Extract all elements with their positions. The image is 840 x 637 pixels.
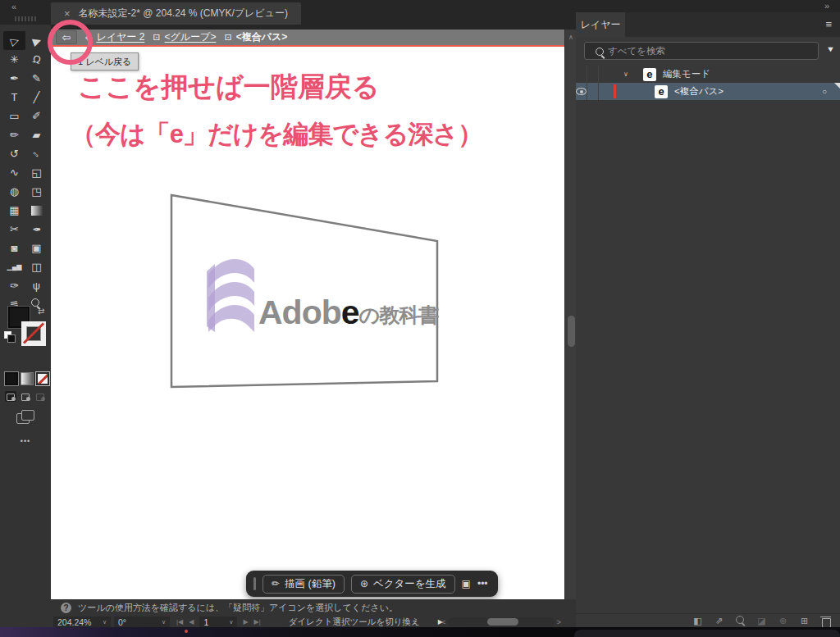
scroll-up-icon[interactable]: ∧ xyxy=(565,34,577,41)
taskbar-drag-handle[interactable] xyxy=(253,577,256,590)
type-tool[interactable]: T xyxy=(3,88,25,107)
make-clipping-mask-icon[interactable]: ◪ xyxy=(756,615,768,627)
tool-icon: ◙ xyxy=(11,243,18,253)
artboard-canvas[interactable]: ここを押せば一階層戻る （今は「e」だけを編集できる深さ） Adobeの教科書 … xyxy=(51,47,564,599)
next-artboard-icon[interactable]: ▶ xyxy=(243,618,248,626)
layer-thumbnail[interactable]: e xyxy=(655,85,668,98)
layer-row-label[interactable]: 編集モード xyxy=(663,68,710,80)
rectangle-tool[interactable]: ▭ xyxy=(3,107,25,125)
vertical-scrollbar[interactable]: ∧ ∨ xyxy=(564,30,576,627)
back-one-level-button[interactable]: ⇦ xyxy=(56,30,77,44)
shape-builder-tool[interactable]: ◍ xyxy=(3,182,25,201)
lasso-tool[interactable]: Ω xyxy=(25,50,48,69)
help-question-icon[interactable]: ? xyxy=(61,603,71,613)
horizontal-scrollbar[interactable]: < > xyxy=(439,617,564,626)
free-transform-tool[interactable]: ◱ xyxy=(25,163,48,182)
layer-thumbnail[interactable]: e xyxy=(643,68,656,81)
symbol-sprayer-tool[interactable]: ◙ xyxy=(3,239,25,257)
search-input[interactable] xyxy=(608,46,772,56)
direct-selection-tool[interactable]: ▶ xyxy=(25,31,48,50)
new-sublayer-icon[interactable]: ⊕ xyxy=(777,615,789,627)
rotation-dropdown[interactable]: 0° ∨ xyxy=(114,617,170,627)
more-tools-button[interactable]: ••• xyxy=(0,437,51,445)
artboard-tool[interactable]: ▣ xyxy=(25,239,48,257)
filter-icon[interactable]: ▼ xyxy=(826,45,835,53)
generate-vector-button[interactable]: ⊛ ベクターを生成 xyxy=(351,575,455,594)
logo-artwork[interactable]: Adobeの教科書 xyxy=(170,190,449,395)
scroll-left-icon[interactable]: < xyxy=(439,618,448,626)
first-artboard-icon[interactable]: |◀ xyxy=(176,618,183,626)
draw-inside-button[interactable] xyxy=(34,391,46,402)
chevron-down-icon[interactable]: ∨ xyxy=(623,71,628,78)
visibility-column[interactable] xyxy=(576,83,587,100)
screen-mode-button[interactable] xyxy=(16,410,34,424)
new-layer-icon[interactable]: ⊞ xyxy=(798,615,810,627)
layers-panel: » レイヤー ≡ ▼ ∨ e 編集モード e <複合パス> ○ xyxy=(576,0,840,627)
draw-behind-button[interactable] xyxy=(20,391,31,402)
vertical-scroll-thumb[interactable] xyxy=(568,316,575,347)
target-circle-icon[interactable]: ○ xyxy=(822,87,827,96)
breadcrumb-layer-link[interactable]: レイヤー 2 xyxy=(96,30,144,44)
export-icon[interactable]: ⇗ xyxy=(713,615,725,627)
layer-row-edit-mode[interactable]: ∨ e 編集モード xyxy=(576,66,840,83)
lock-column[interactable] xyxy=(587,66,599,83)
zoom-level-dropdown[interactable]: 204.24% ∨ xyxy=(53,617,111,627)
shaper-tool[interactable]: ✑ xyxy=(3,276,25,295)
perspective-grid-tool[interactable]: ◳ xyxy=(25,182,48,201)
curvature-tool[interactable]: ✎ xyxy=(25,69,48,88)
paintbrush-tool[interactable]: ✐ xyxy=(25,107,48,125)
taskbar-more-icon[interactable]: ••• xyxy=(477,578,488,589)
line-segment-tool[interactable]: ╱ xyxy=(25,88,48,107)
slice-tool[interactable]: ◫ xyxy=(25,257,48,276)
mesh-tool[interactable]: ▦ xyxy=(3,201,25,220)
breadcrumb-group-link[interactable]: <グループ> xyxy=(165,30,217,44)
tools-panel-grip[interactable] xyxy=(15,16,38,21)
pen-tool[interactable]: ✒ xyxy=(3,69,25,88)
layers-search-box[interactable] xyxy=(584,42,819,60)
stroke-swatch[interactable] xyxy=(21,321,46,346)
locate-object-icon[interactable] xyxy=(734,615,746,627)
collapse-panel-icon[interactable]: » xyxy=(824,1,829,11)
panel-menu-icon[interactable]: ≡ xyxy=(825,18,832,30)
scale-tool[interactable]: ⇔ xyxy=(25,144,48,163)
rotate-tool[interactable]: ↺ xyxy=(3,144,25,163)
close-icon[interactable]: × xyxy=(64,7,71,20)
draw-pencil-button[interactable]: ✏ 描画 (鉛筆) xyxy=(262,575,345,594)
selection-tool[interactable]: ▷ xyxy=(3,31,25,50)
none-button[interactable] xyxy=(36,372,49,385)
scroll-right-icon[interactable]: > xyxy=(555,618,564,626)
tool-icon: ✳ xyxy=(10,54,19,65)
eye-icon[interactable] xyxy=(576,88,587,95)
hand-tool[interactable]: ψ xyxy=(25,276,48,295)
gradient-tool[interactable] xyxy=(25,201,48,220)
delete-layer-icon[interactable] xyxy=(819,615,832,627)
document-tab[interactable]: × 名称未設定-2* @ 204.24 % (CMYK/プレビュー) xyxy=(51,2,301,25)
width-tool[interactable]: ∿ xyxy=(3,163,25,182)
collect-for-export-icon[interactable]: ◧ xyxy=(692,615,704,627)
artboard-number-dropdown[interactable]: 1 ∨ xyxy=(199,617,237,627)
tool-icon: ↺ xyxy=(10,148,19,159)
scissors-tool[interactable]: ✂ xyxy=(3,220,25,239)
collapse-tools-icon[interactable]: « xyxy=(11,2,16,11)
horizontal-scroll-thumb[interactable] xyxy=(487,618,518,626)
previous-artboard-icon[interactable]: ◀ xyxy=(189,618,194,626)
magic-wand-tool[interactable]: ✳ xyxy=(3,50,25,69)
graph-tool[interactable]: ▁▄▆ xyxy=(3,257,25,276)
tab-layers[interactable]: レイヤー xyxy=(576,12,625,37)
last-artboard-icon[interactable]: ▶| xyxy=(254,618,261,626)
eyedropper-tool[interactable]: ✒ xyxy=(25,220,48,239)
lock-column[interactable] xyxy=(587,83,599,100)
swap-fill-stroke-icon[interactable]: ⇄ xyxy=(38,307,44,316)
visibility-column[interactable] xyxy=(576,66,587,83)
eraser-tool[interactable]: ▰ xyxy=(25,125,48,144)
color-button[interactable] xyxy=(5,372,18,385)
generate-vector-icon: ⊛ xyxy=(360,578,368,589)
horizontal-scroll-track[interactable] xyxy=(448,617,554,626)
default-swatches-icon[interactable] xyxy=(4,331,11,339)
layer-row-label[interactable]: <複合パス> xyxy=(674,85,724,98)
reference-image-icon[interactable]: ▣ xyxy=(462,578,471,589)
layer-row-compound-path-selected[interactable]: e <複合パス> ○ xyxy=(576,83,840,100)
draw-normal-button[interactable] xyxy=(5,391,16,402)
gradient-button[interactable] xyxy=(21,372,34,385)
pencil-tool[interactable]: ✏ xyxy=(3,125,25,144)
